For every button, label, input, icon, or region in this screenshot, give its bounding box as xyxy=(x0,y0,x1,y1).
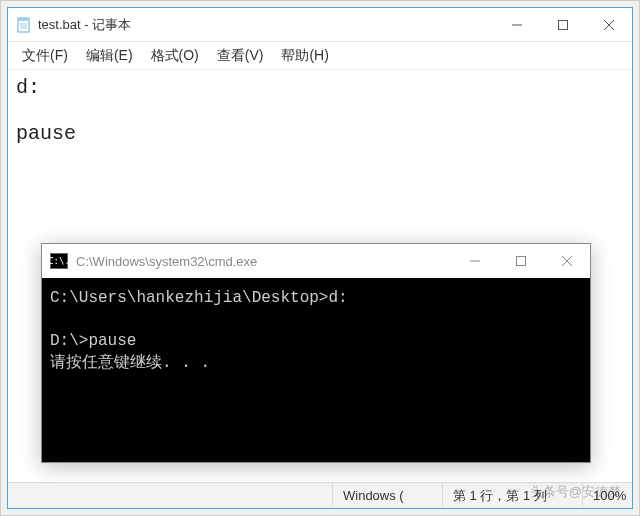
status-zoom: 100% xyxy=(582,483,632,508)
menu-view[interactable]: 查看(V) xyxy=(209,44,272,68)
status-os: Windows ( xyxy=(332,483,442,508)
cmd-close-button[interactable] xyxy=(544,244,590,278)
status-position: 第 1 行，第 1 列 xyxy=(442,483,582,508)
notepad-icon xyxy=(16,17,32,33)
cmd-minimize-button[interactable] xyxy=(452,244,498,278)
menu-file[interactable]: 文件(F) xyxy=(14,44,76,68)
minimize-button[interactable] xyxy=(494,8,540,42)
notepad-statusbar: Windows ( 第 1 行，第 1 列 100% xyxy=(8,482,632,508)
close-button[interactable] xyxy=(586,8,632,42)
notepad-title: test.bat - 记事本 xyxy=(38,16,131,34)
cmd-title: C:\Windows\system32\cmd.exe xyxy=(76,254,257,269)
svg-rect-1 xyxy=(18,18,29,21)
notepad-menubar: 文件(F) 编辑(E) 格式(O) 查看(V) 帮助(H) xyxy=(8,42,632,70)
cmd-window-controls xyxy=(452,244,590,278)
menu-format[interactable]: 格式(O) xyxy=(143,44,207,68)
svg-rect-6 xyxy=(559,20,568,29)
cmd-icon: C:\. xyxy=(50,253,68,269)
menu-help[interactable]: 帮助(H) xyxy=(273,44,336,68)
cmd-output[interactable]: C:\Users\hankezhijia\Desktop>d: D:\>paus… xyxy=(42,278,590,462)
svg-rect-10 xyxy=(517,257,526,266)
cmd-window: C:\. C:\Windows\system32\cmd.exe C:\User… xyxy=(41,243,591,463)
menu-edit[interactable]: 编辑(E) xyxy=(78,44,141,68)
window-controls xyxy=(494,8,632,41)
notepad-titlebar[interactable]: test.bat - 记事本 xyxy=(8,8,632,42)
cmd-maximize-button[interactable] xyxy=(498,244,544,278)
cmd-titlebar[interactable]: C:\. C:\Windows\system32\cmd.exe xyxy=(42,244,590,278)
maximize-button[interactable] xyxy=(540,8,586,42)
